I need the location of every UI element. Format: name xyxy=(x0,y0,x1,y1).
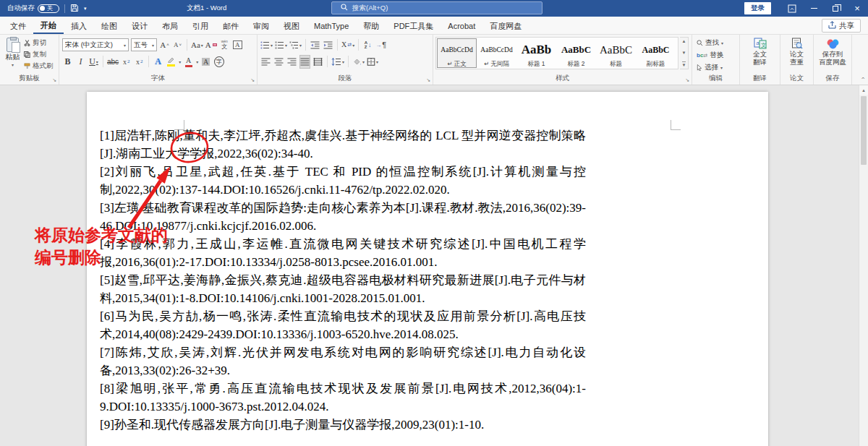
distribute-button[interactable] xyxy=(312,55,323,69)
underline-button[interactable]: U▾ xyxy=(88,55,99,69)
shading-button[interactable]: ▾ xyxy=(352,55,365,69)
phonetic-guide-button[interactable]: wén文 xyxy=(219,38,230,52)
italic-button[interactable]: I xyxy=(75,55,86,69)
save-icon[interactable] xyxy=(70,4,79,14)
enclose-characters-button[interactable]: 字 xyxy=(213,55,224,69)
change-case-button[interactable]: Aa▾ xyxy=(191,38,203,52)
scrollbar-thumb[interactable] xyxy=(861,96,867,165)
font-color-button[interactable]: A xyxy=(183,55,194,69)
grow-font-button[interactable]: A˄ xyxy=(159,38,170,52)
clipboard-dialog-launcher[interactable]: ↘ xyxy=(52,77,56,82)
character-shading-button[interactable]: A xyxy=(200,55,211,69)
font-group-label: 字体 xyxy=(59,74,257,83)
share-button[interactable]: 共享 xyxy=(822,19,861,33)
reference-item: [9]孙圣和.现代传感器发展方向[J].电子测量与仪器学报,2009,23(01… xyxy=(100,416,586,434)
tab-开始[interactable]: 开始 xyxy=(33,17,64,34)
replace-icon: bc⇄ xyxy=(697,52,707,59)
tab-邮件[interactable]: 邮件 xyxy=(216,17,246,34)
clear-formatting-button[interactable]: A xyxy=(205,38,217,52)
format-painter-button[interactable]: 格式刷 xyxy=(24,61,54,71)
decrease-indent-button[interactable] xyxy=(310,38,320,52)
vertical-scrollbar[interactable]: ▲ xyxy=(859,85,868,446)
paragraph-dialog-launcher[interactable]: ↘ xyxy=(426,77,430,82)
shrink-font-button[interactable]: A˅ xyxy=(172,38,183,52)
sort-button[interactable]: AZ↓ xyxy=(362,38,373,52)
character-border-button[interactable]: A xyxy=(232,38,243,52)
login-button[interactable]: 登录 xyxy=(744,2,771,14)
tab-文件[interactable]: 文件 xyxy=(3,17,33,34)
borders-button[interactable]: ▾ xyxy=(367,55,378,69)
save-to-netdisk-button[interactable]: 保存到 百度网盘 xyxy=(814,37,851,67)
align-left-button[interactable] xyxy=(260,55,271,69)
increase-indent-button[interactable] xyxy=(323,38,333,52)
tab-审阅[interactable]: 审阅 xyxy=(246,17,276,34)
show-hide-marks-button[interactable]: →¶ xyxy=(375,38,386,52)
asian-layout-button[interactable]: X⇄▾ xyxy=(341,38,354,52)
font-dialog-launcher[interactable]: ↘ xyxy=(250,77,255,82)
font-size-select[interactable]: 五号▾ xyxy=(131,38,157,51)
tab-Acrobat[interactable]: Acrobat xyxy=(441,17,482,34)
copy-button[interactable]: 复制 xyxy=(24,50,54,59)
gallery-down-icon[interactable]: ▼ xyxy=(682,51,686,55)
style-item-副标题[interactable]: AaBbC副标题 xyxy=(636,38,676,68)
tab-帮助[interactable]: 帮助 xyxy=(356,17,386,34)
paste-button[interactable]: 粘贴 ▾ xyxy=(3,38,22,67)
style-preview: AaBb xyxy=(517,41,556,59)
superscript-button[interactable]: x2 xyxy=(134,55,145,69)
tab-视图[interactable]: 视图 xyxy=(276,17,307,34)
qat-dropdown-icon[interactable]: ▾ xyxy=(84,6,87,12)
justify-button[interactable] xyxy=(299,55,310,69)
document-text[interactable]: [1]屈浩轩,陈刚,董和夫,李江坪,乔超杰,虞佳兴.基于神经网络的 LCL 型并… xyxy=(100,126,586,434)
tab-设计[interactable]: 设计 xyxy=(124,17,155,34)
gallery-up-icon[interactable]: ▲ xyxy=(682,39,686,43)
ribbon-display-options-icon[interactable] xyxy=(781,0,803,17)
style-item-标题 2[interactable]: AaBbC标题 2 xyxy=(556,38,596,68)
restore-button[interactable] xyxy=(825,0,846,17)
collapse-ribbon-icon[interactable]: › xyxy=(859,77,867,80)
highlight-color-button[interactable] xyxy=(166,55,176,69)
paragraph-group-label: 段落 xyxy=(258,74,433,83)
close-button[interactable]: × xyxy=(846,0,868,17)
format-painter-icon xyxy=(24,63,30,69)
styles-gallery-scroll[interactable]: ▲ ▼ ▼ xyxy=(680,37,689,69)
style-item-标题[interactable]: AaBbC标题 xyxy=(596,38,636,68)
align-right-button[interactable] xyxy=(286,55,297,69)
align-center-button[interactable] xyxy=(273,55,284,69)
subscript-button[interactable]: x2 xyxy=(121,55,132,69)
font-name-select[interactable]: 宋体 (中文正文)▾ xyxy=(62,38,129,51)
strikethrough-button[interactable]: abc xyxy=(107,55,119,69)
autosave-toggle[interactable]: 自动保存 关 xyxy=(7,4,59,13)
tab-插入[interactable]: 插入 xyxy=(64,17,94,34)
style-item-标题 1[interactable]: AaBb标题 1 xyxy=(516,38,556,68)
bold-button[interactable]: B xyxy=(62,55,73,69)
page-margin-mark-top-right xyxy=(671,120,681,130)
autosave-switch-icon[interactable]: 关 xyxy=(38,4,59,13)
line-spacing-button[interactable]: ▾ xyxy=(331,55,344,69)
style-item-无间隔[interactable]: AaBbCcDd↵ 无间隔 xyxy=(477,38,516,68)
cut-button[interactable]: 剪切 xyxy=(24,38,54,48)
full-text-translate-button[interactable]: a文 全文 翻译 xyxy=(740,37,780,67)
replace-button[interactable]: bc⇄ 替换 xyxy=(697,50,723,61)
text-effects-button[interactable]: A xyxy=(153,55,163,69)
numbered-list-button[interactable]: ▾ xyxy=(275,38,287,52)
tab-绘图[interactable]: 绘图 xyxy=(94,17,124,34)
select-button[interactable]: 选择▾ xyxy=(697,62,723,73)
gallery-more-icon[interactable]: ▼ xyxy=(682,61,686,67)
tab-引用[interactable]: 引用 xyxy=(185,17,216,34)
paste-dropdown-icon[interactable]: ▾ xyxy=(3,62,22,67)
paper-check-button[interactable]: 论文 查重 xyxy=(780,37,813,67)
reference-item: [6]马为民,吴方劼,杨一鸣,张涛.柔性直流输电技术的现状及应用前景分析[J].… xyxy=(100,307,586,343)
scroll-up-icon[interactable]: ▲ xyxy=(859,85,868,95)
tab-布局[interactable]: 布局 xyxy=(155,17,185,34)
tab-MathType[interactable]: MathType xyxy=(307,17,356,34)
tab-PDF工具集[interactable]: PDF工具集 xyxy=(386,17,441,34)
tab-百度网盘[interactable]: 百度网盘 xyxy=(482,17,529,34)
minimize-button[interactable] xyxy=(803,0,825,17)
find-button[interactable]: 查找▾ xyxy=(697,38,723,48)
style-item-正文[interactable]: AaBbCcDd↵ 正文 xyxy=(437,38,477,68)
multilevel-list-button[interactable]: ▾ xyxy=(289,38,302,52)
bullet-list-button[interactable]: ▾ xyxy=(260,38,273,52)
styles-dialog-launcher[interactable]: ↘ xyxy=(685,77,689,82)
search-input[interactable]: 搜索(Alt+Q) xyxy=(331,1,542,14)
search-placeholder: 搜索(Alt+Q) xyxy=(352,4,388,13)
